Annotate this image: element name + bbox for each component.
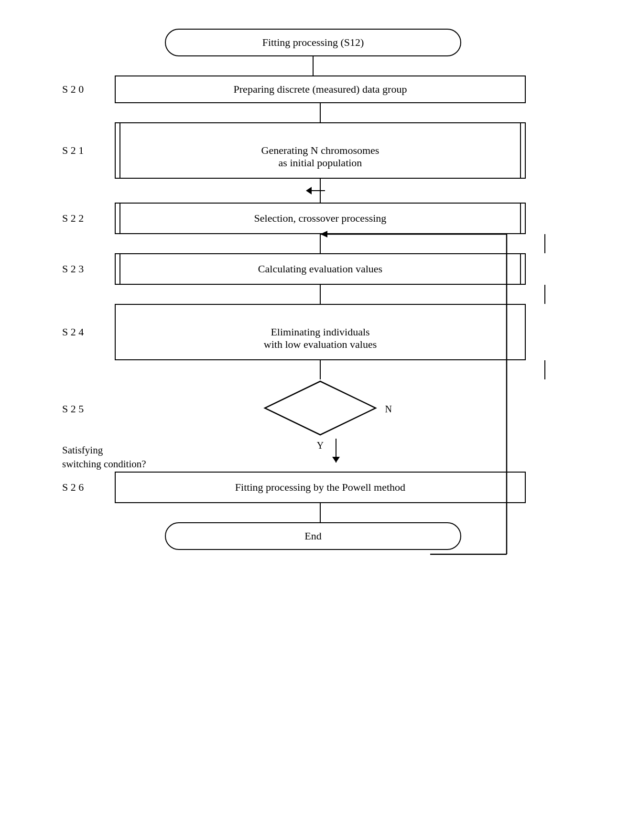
- connector-2-row: [62, 103, 564, 122]
- s20-box-wrapper: Preparing discrete (measured) data group: [115, 75, 526, 103]
- connector-7-row: Satisfying switching condition?: [62, 439, 564, 472]
- n-label: N: [385, 404, 392, 415]
- s23-label: S 2 3: [62, 263, 105, 275]
- s22-label: S 2 2: [62, 212, 105, 225]
- step-s26-row: S 2 6 Fitting processing by the Powell m…: [62, 472, 564, 503]
- connector-1: [313, 56, 314, 75]
- step-s22-row: S 2 2 Selection, crossover processing: [62, 203, 564, 234]
- s20-label: S 2 0: [62, 83, 105, 96]
- s21-box: Generating N chromosomes as initial popu…: [115, 122, 526, 179]
- end-box: End: [165, 522, 461, 550]
- s20-box: Preparing discrete (measured) data group: [115, 75, 526, 103]
- step-s25-row: S 2 5 N Y: [62, 379, 564, 439]
- s23-box-wrapper: Calculating evaluation values: [115, 253, 526, 285]
- s25-label: S 2 5: [62, 403, 84, 415]
- connector-5: [320, 285, 321, 304]
- connector-5-row: [62, 285, 564, 304]
- s21-label: S 2 1: [62, 144, 105, 157]
- svg-marker-0: [265, 381, 376, 435]
- s24-box-wrapper: Eliminating individuals with low evaluat…: [115, 304, 526, 360]
- connector-4-row: [62, 234, 564, 253]
- end-row: End: [62, 522, 564, 550]
- s25-diamond-svg: [263, 379, 378, 437]
- connector-6: [320, 360, 321, 379]
- connector-8: [320, 503, 321, 522]
- s22-box-wrapper: Selection, crossover processing: [115, 203, 526, 234]
- step-s23-row: S 2 3 Calculating evaluation values: [62, 253, 564, 285]
- s25-question-text: Satisfying switching condition?: [62, 443, 146, 472]
- step-s20-row: S 2 0 Preparing discrete (measured) data…: [62, 75, 564, 103]
- s22-box: Selection, crossover processing: [115, 203, 526, 234]
- s24-box: Eliminating individuals with low evaluat…: [115, 304, 526, 360]
- s21-box-wrapper: Generating N chromosomes as initial popu…: [115, 122, 526, 179]
- s26-label: S 2 6: [62, 481, 105, 494]
- flowchart: Fitting processing (S12) S 2 0 Preparing…: [62, 19, 564, 550]
- s24-label: S 2 4: [62, 326, 105, 338]
- connector-8-row: [62, 503, 564, 522]
- connector-3-row: [62, 179, 564, 203]
- s26-box-wrapper: Fitting processing by the Powell method: [115, 472, 526, 503]
- connector-4: [320, 234, 321, 253]
- connector-2: [320, 103, 321, 122]
- connector-6-row: [62, 360, 564, 379]
- s26-box: Fitting processing by the Powell method: [115, 472, 526, 503]
- start-box: Fitting processing (S12): [165, 29, 461, 56]
- s23-box: Calculating evaluation values: [115, 253, 526, 285]
- step-s24-row: S 2 4 Eliminating individuals with low e…: [62, 304, 564, 360]
- step-s21-row: S 2 1 Generating N chromosomes as initia…: [62, 122, 564, 179]
